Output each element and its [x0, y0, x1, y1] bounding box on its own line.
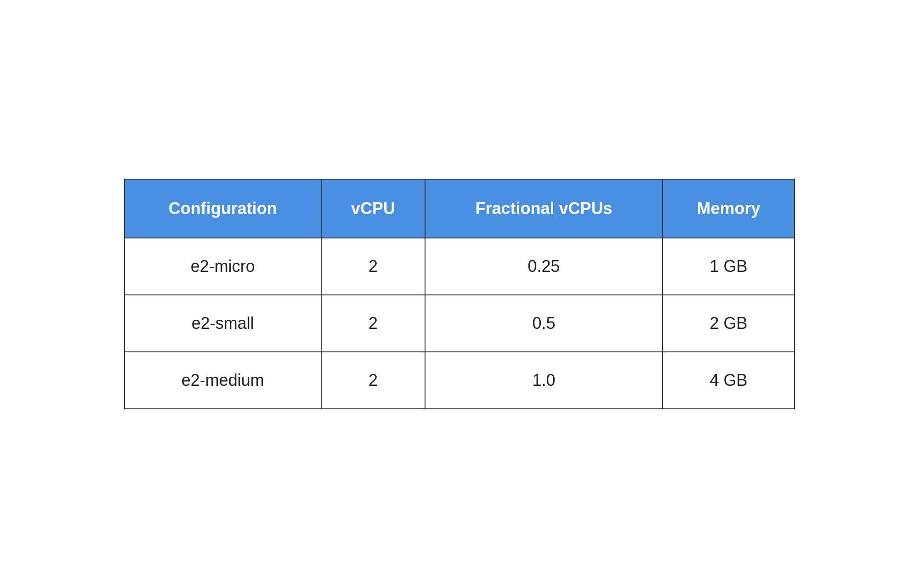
cell-fractional-vcpus-2: 1.0: [425, 352, 663, 409]
header-fractional-vcpus: Fractional vCPUs: [425, 179, 663, 238]
cell-memory-0: 1 GB: [663, 238, 794, 295]
header-configuration: Configuration: [125, 179, 321, 238]
cell-memory-1: 2 GB: [663, 295, 794, 352]
table-container: Configuration vCPU Fractional vCPUs Memo…: [124, 179, 795, 410]
specs-table: Configuration vCPU Fractional vCPUs Memo…: [124, 179, 795, 410]
cell-configuration-2: e2-medium: [125, 352, 321, 409]
table-row: e2-medium 2 1.0 4 GB: [125, 352, 794, 409]
cell-vcpu-0: 2: [321, 238, 425, 295]
header-vcpu: vCPU: [321, 179, 425, 238]
cell-memory-2: 4 GB: [663, 352, 794, 409]
cell-fractional-vcpus-1: 0.5: [425, 295, 663, 352]
table-row: e2-micro 2 0.25 1 GB: [125, 238, 794, 295]
cell-vcpu-1: 2: [321, 295, 425, 352]
cell-configuration-0: e2-micro: [125, 238, 321, 295]
cell-vcpu-2: 2: [321, 352, 425, 409]
cell-fractional-vcpus-0: 0.25: [425, 238, 663, 295]
table-row: e2-small 2 0.5 2 GB: [125, 295, 794, 352]
cell-configuration-1: e2-small: [125, 295, 321, 352]
table-header-row: Configuration vCPU Fractional vCPUs Memo…: [125, 179, 794, 238]
header-memory: Memory: [663, 179, 794, 238]
